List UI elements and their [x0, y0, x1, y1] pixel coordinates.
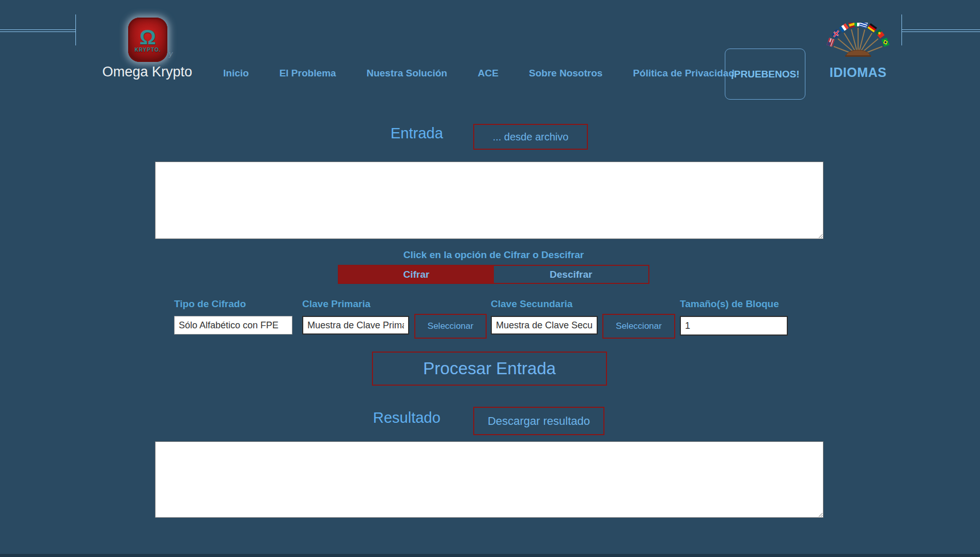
- primary-key-label: Clave Primaria: [302, 298, 370, 310]
- nav-item-politica-de-privacidad[interactable]: Pólitica de Privacidad: [633, 68, 734, 79]
- languages-selector[interactable]: IDIOMAS: [826, 23, 891, 80]
- cipher-mode-toggle: Cifrar Descifrar: [338, 265, 649, 284]
- languages-flags-icon: [826, 23, 891, 62]
- input-textarea[interactable]: [155, 162, 823, 239]
- main-nav: Inicio El Problema Nuestra Solución ACE …: [223, 68, 735, 79]
- primary-key-select-button[interactable]: Seleccionar: [414, 314, 487, 339]
- mode-instruction: Click en la opción de Cifrar o Descifrar: [338, 249, 649, 261]
- nav-item-ace[interactable]: ACE: [478, 68, 499, 79]
- brand-title: Omega Krypto: [102, 64, 195, 80]
- omega-krypto-logo[interactable]: Ω KRYPTO. y: [128, 18, 167, 62]
- decorative-line: [902, 29, 980, 30]
- result-textarea[interactable]: [155, 441, 823, 518]
- decorative-line: [902, 31, 980, 32]
- block-size-input[interactable]: [680, 316, 788, 336]
- resultado-title: Resultado: [373, 409, 441, 426]
- entrada-title: Entrada: [391, 125, 443, 142]
- omega-krypto-page: Ω KRYPTO. y Omega Krypto Inicio El Probl…: [0, 0, 980, 557]
- cifrar-button[interactable]: Cifrar: [339, 266, 494, 283]
- decorative-line: [0, 31, 75, 32]
- secondary-key-input[interactable]: [491, 316, 598, 335]
- footer-edge: [0, 554, 980, 557]
- block-size-label: Tamaño(s) de Bloque: [680, 298, 779, 310]
- decorative-line: [75, 14, 76, 45]
- decorative-line: [901, 14, 902, 45]
- omega-symbol-icon: Ω: [139, 27, 156, 47]
- primary-key-input[interactable]: [302, 316, 409, 335]
- from-file-button[interactable]: ... desde archivo: [473, 124, 588, 150]
- logo-suffix-text: y: [169, 50, 173, 58]
- nav-item-sobre-nosotros[interactable]: Sobre Nosotros: [529, 68, 603, 79]
- download-result-button[interactable]: Descargar resultado: [473, 407, 604, 435]
- nav-item-inicio[interactable]: Inicio: [223, 68, 249, 79]
- cipher-type-input[interactable]: [174, 316, 292, 335]
- cipher-type-label: Tipo de Cifrado: [174, 298, 246, 310]
- nav-item-el-problema[interactable]: El Problema: [279, 68, 336, 79]
- descifrar-button[interactable]: Descifrar: [494, 266, 649, 283]
- decorative-line: [0, 29, 75, 30]
- secondary-key-label: Clave Secundaria: [491, 298, 572, 310]
- idiomas-label: IDIOMAS: [830, 65, 886, 80]
- logo-krypto-text: KRYPTO.: [135, 47, 161, 53]
- pruebenos-button[interactable]: ¡PRUEBENOS!: [725, 49, 805, 100]
- secondary-key-select-button[interactable]: Seleccionar: [602, 314, 675, 339]
- nav-item-nuestra-solucion[interactable]: Nuestra Solución: [366, 68, 447, 79]
- process-input-button[interactable]: Procesar Entrada: [372, 352, 607, 386]
